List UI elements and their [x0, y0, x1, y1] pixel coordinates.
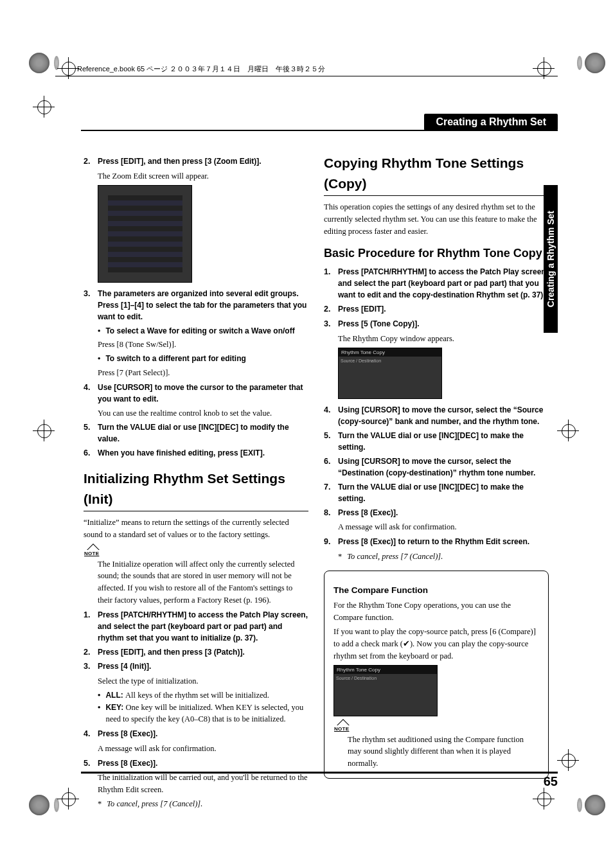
registration-mark [37, 100, 51, 114]
init-step-2: 2.Press [EDIT], and then press [3 (Patch… [84, 646, 308, 659]
copy-step-6: 6.Using [CURSOR] to move the cursor, sel… [324, 456, 549, 479]
init-cancel-note: To cancel, press [7 (Cancel)]. [98, 798, 308, 810]
copy-step-4: 4.Using [CURSOR] to move the cursor, sel… [324, 404, 549, 427]
bullet-part-switch: To switch to a different part for editin… [98, 353, 308, 365]
bullet-wave-select: To select a Wave for editing or switch a… [98, 325, 308, 337]
rhythm-tone-copy-compare-screenshot: Source / Destination [333, 665, 438, 716]
step-2-body: The Zoom Edit screen will appear. [98, 170, 308, 182]
init-note: The Initialize operation will affect onl… [98, 558, 308, 607]
compare-p2: If you want to play the copy-source patc… [333, 626, 539, 662]
registration-mark [537, 792, 551, 806]
init-option-key: KEY: One key will be initialized. When K… [98, 702, 308, 726]
page-header-bar: Creating a Rhythm Set [424, 114, 558, 130]
heading-basic-procedure: Basic Procedure for Rhythm Tone Copy [324, 245, 549, 262]
note-icon [84, 546, 102, 556]
copy-step-3-body: The Rhythm Copy window appears. [338, 333, 549, 345]
pitch-envelope-edit-screenshot [98, 185, 192, 283]
step-4-body: You can use the realtime control knob to… [98, 407, 308, 420]
page-header-rule [81, 130, 558, 131]
copy-step-7: 7.Turn the VALUE dial or use [INC][DEC] … [324, 481, 549, 504]
gear-mark [585, 795, 605, 815]
copy-cancel-note: To cancel, press [7 (Cancel)]. [338, 551, 549, 563]
init-step-5-body: The initialization will be carried out, … [98, 772, 308, 796]
init-step-3: 3.Press [4 (Init)]. [84, 660, 308, 673]
copy-step-5: 5.Turn the VALUE dial or use [INC][DEC] … [324, 430, 549, 453]
note-icon [333, 722, 351, 732]
gear-mark [29, 795, 49, 815]
heading-copying: Copying Rhythm Tone Settings (Copy) [324, 153, 549, 196]
copy-step-8-body: A message will ask for confirmation. [338, 521, 549, 533]
compare-note: The rhythm set auditioned using the Comp… [348, 734, 539, 770]
copy-step-3: 3.Press [5 (Tone Copy)]. [324, 318, 549, 330]
init-step-1: 1.Press [PATCH/RHYTHM] to access the Pat… [84, 609, 308, 644]
book-header-rule [55, 76, 558, 76]
copy-step-2: 2.Press [EDIT]. [324, 303, 549, 315]
registration-mark [562, 754, 576, 768]
registration-mark [537, 62, 551, 76]
compare-p1: For the Rhythm Tone Copy operations, you… [333, 599, 539, 624]
copy-step-8: 8.Press [8 (Exec)]. [324, 507, 549, 519]
bullet-part-switch-body: Press [7 (Part Select)]. [98, 367, 308, 379]
registration-mark [62, 62, 76, 76]
step-2: 2.Press [EDIT], and then press [3 (Zoom … [84, 155, 308, 168]
left-column: 2.Press [EDIT], and then press [3 (Zoom … [84, 153, 308, 810]
page-header-text: Creating a Rhythm Set [436, 116, 546, 128]
copy-step-9: 9. Press [8 (Exec)] to return to the Rhy… [324, 536, 549, 548]
compare-function-box: The Compare Function For the Rhythm Tone… [324, 571, 549, 779]
init-intro: “Initialize” means to return the setting… [84, 517, 308, 541]
gear-mark [577, 798, 582, 812]
init-step-3-body: Select the type of initialization. [98, 675, 308, 687]
copy-intro: This operation copies the settings of an… [324, 201, 549, 237]
init-step-5: 5.Press [8 (Exec)]. [84, 757, 308, 770]
copy-step-1: 1.Press [PATCH/RHYTHM] to access the Pat… [324, 266, 549, 301]
page-number: 65 [544, 774, 558, 789]
gear-mark [577, 56, 582, 70]
footer-rule [81, 772, 558, 774]
right-column: Copying Rhythm Tone Settings (Copy) This… [324, 153, 549, 779]
registration-mark [37, 424, 51, 438]
step-3: 3.The parameters are organized into seve… [84, 288, 308, 323]
step-4: 4.Use [CURSOR] to move the cursor to the… [84, 382, 308, 405]
gear-mark [585, 53, 605, 73]
heading-initializing: Initializing Rhythm Set Settings (Init) [84, 468, 308, 511]
book-header: Reference_e.book 65 ページ ２００３年７月１４日 月曜日 午… [77, 64, 325, 74]
step-5: 5.Turn the VALUE dial or use [INC][DEC] … [84, 421, 308, 445]
init-step-4: 4.Press [8 (Exec)]. [84, 728, 308, 740]
compare-heading: The Compare Function [333, 584, 539, 597]
registration-mark [62, 792, 76, 806]
init-option-all: ALL: All keys of the rhythm set will be … [98, 689, 308, 702]
gear-mark [54, 798, 59, 812]
registration-mark [562, 424, 576, 438]
gear-mark [29, 53, 49, 73]
rhythm-tone-copy-screenshot: Source / Destination [338, 348, 442, 399]
step-6: 6.When you have finished editing, press … [84, 447, 308, 459]
init-step-4-body: A message will ask for confirmation. [98, 743, 308, 755]
bullet-wave-select-body: Press [8 (Tone Sw/Sel)]. [98, 339, 308, 351]
checkmark-icon: ✔ [403, 639, 410, 648]
